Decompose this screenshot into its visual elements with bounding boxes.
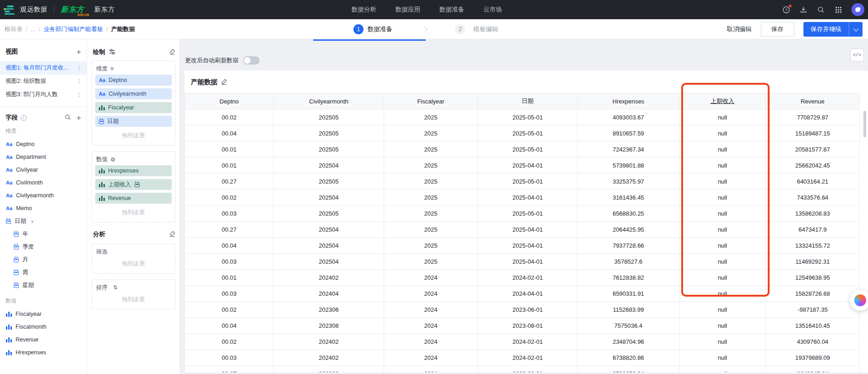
table-cell: 2023-08-01 [478, 318, 578, 334]
topbar-nav-item[interactable]: 数据准备 [439, 5, 464, 14]
more-menu-icon[interactable]: ⋮ [73, 65, 82, 71]
topbar-nav-item[interactable]: 云市场 [483, 5, 502, 14]
field-item[interactable]: 季度 [0, 240, 87, 253]
sort-drop-zone: 拖到这里 [95, 293, 172, 306]
field-chip[interactable]: Fiscalyear [95, 102, 172, 113]
draw-value-chips: Hrexpenses上期收入Revenue [95, 165, 172, 204]
field-item[interactable]: Civilyear [0, 163, 87, 176]
avatar[interactable] [852, 3, 864, 16]
field-item[interactable]: Revenue [0, 333, 87, 346]
gear-icon[interactable]: ⚙ [110, 156, 115, 163]
save-and-continue-label[interactable]: 保存并继续 [803, 22, 849, 37]
guanyuan-data-prep-page: { "topbar": { "product": "观远数据", "org_lo… [0, 0, 868, 374]
field-search-icon[interactable] [65, 114, 71, 122]
breadcrumb-item: ... [31, 26, 36, 33]
step-1-label[interactable]: 数据准备 [368, 25, 392, 33]
download-icon[interactable] [799, 5, 808, 14]
table-cell: 6403164.21 [766, 173, 860, 190]
guanyuan-logo-icon[interactable] [3, 5, 15, 15]
field-chip[interactable]: 上期收入 [95, 179, 172, 190]
view-item[interactable]: 视图3: 部门月均人数⋮ [0, 88, 87, 101]
field-item[interactable]: 周 [0, 266, 87, 279]
add-field-icon[interactable]: + [76, 114, 81, 122]
breadcrumb-item[interactable]: 业务部门编制产能看板 [43, 25, 103, 33]
field-item[interactable]: 年 [0, 228, 87, 240]
table-cell: 2025 [384, 222, 478, 238]
table-cell: null [679, 254, 766, 270]
field-item[interactable]: Civilyearmonth [0, 189, 87, 202]
breadcrumb-separator: / [38, 26, 40, 33]
field-label: Revenue [16, 336, 38, 343]
table-cell: 2025 [384, 141, 478, 157]
column-header-highlighted[interactable]: 上期收入 [679, 93, 766, 109]
bar-chart-icon [99, 182, 105, 187]
auto-refresh-toggle[interactable] [243, 56, 260, 65]
table-cell: 202505 [274, 109, 384, 125]
xdf-logo: 新东方 XDF.CN [61, 5, 86, 15]
apps-grid-icon[interactable] [834, 5, 842, 14]
add-view-icon[interactable]: + [76, 48, 81, 56]
auto-refresh-row: 更改后自动刷新数据 [185, 54, 868, 67]
chevron-down-icon[interactable]: ∨ [31, 219, 34, 224]
code-view-button[interactable]: </> [850, 49, 864, 61]
column-header[interactable]: Hrexpenses [578, 93, 679, 109]
field-item[interactable]: 月 [0, 253, 87, 266]
field-item[interactable]: Fiscalyear [0, 308, 87, 320]
table-cell: 2739352.94 [578, 366, 679, 373]
table-cell: 7612838.82 [578, 270, 679, 286]
table-cell: 202308 [274, 366, 384, 373]
clear-analysis-icon[interactable] [169, 231, 175, 238]
step-2-label[interactable]: 模板编辑 [473, 25, 498, 33]
table-row: 00.0420250520252025-05-018910657.59null1… [185, 125, 860, 141]
field-item[interactable]: Hrexpenses [0, 346, 87, 359]
column-header[interactable]: Revenue [766, 93, 860, 109]
text-field-icon [99, 92, 105, 97]
table-cell: 6590331.91 [578, 286, 679, 302]
field-chip[interactable]: Revenue [95, 193, 172, 204]
save-options-dropdown[interactable] [849, 22, 863, 37]
field-item[interactable]: 日期∨ [0, 215, 87, 228]
table-cell: null [679, 270, 766, 286]
field-item[interactable]: 星期 [0, 279, 87, 292]
field-item[interactable]: Memo [0, 202, 87, 215]
field-chip[interactable]: Hrexpenses [95, 165, 172, 176]
field-chip[interactable]: Civilyearmonth [95, 88, 172, 99]
topbar-nav-item[interactable]: 数据应用 [396, 5, 420, 14]
ai-assistant-button[interactable] [850, 290, 868, 311]
help-icon[interactable]: ? [782, 5, 790, 14]
save-and-continue-button[interactable]: 保存并继续 [803, 22, 863, 37]
field-chip[interactable]: Deptno [95, 75, 172, 86]
table-cell: 2025-04-01 [478, 254, 578, 270]
topbar-nav-item[interactable]: 数据分析 [352, 5, 376, 14]
field-item[interactable]: Department [0, 151, 87, 163]
table-cell: 6568830.25 [578, 206, 679, 222]
more-menu-icon[interactable]: ⋮ [73, 91, 82, 98]
search-icon[interactable] [817, 5, 825, 14]
edit-title-icon[interactable] [221, 79, 227, 86]
clear-draw-icon[interactable] [169, 49, 175, 56]
draw-dimensions-box: 维度 ≡ DeptnoCivilyearmonthFiscalyear日期 拖到… [92, 60, 175, 146]
column-header[interactable]: Deptno [185, 93, 274, 109]
table-row: 00.0120240220242024-02-017612838.82null1… [185, 270, 860, 286]
view-item[interactable]: 视图1: 每月部门月度收入及...⋮ [0, 61, 87, 75]
field-chip[interactable]: 日期 [95, 116, 172, 127]
table-cell: 15189487.15 [766, 125, 860, 141]
table-cell: 2024 [384, 270, 478, 286]
field-item[interactable]: Fiscalmonth [0, 320, 87, 333]
more-menu-icon[interactable]: ⋮ [73, 78, 82, 85]
chart-config-icon[interactable] [109, 49, 115, 56]
table-scrollbar[interactable] [863, 111, 866, 137]
chevron-down-icon [853, 26, 858, 31]
table-row: 00.0220240220242024-02-012348704.96null4… [185, 334, 860, 350]
breadcrumb-item: 产能数据 [111, 25, 135, 33]
column-header[interactable]: Fiscalyear [384, 93, 478, 109]
field-item[interactable]: Civilmonth [0, 176, 87, 189]
view-item[interactable]: 视图2: 组织数据⋮ [0, 75, 87, 88]
calendar-icon [14, 283, 19, 288]
cancel-edit-button[interactable]: 取消编辑 [727, 25, 752, 33]
column-header[interactable]: Civilyearmonth [274, 93, 384, 109]
column-header[interactable]: 日期 [478, 93, 578, 109]
field-item[interactable]: Deptno [0, 138, 87, 151]
field-label: 季度 [22, 243, 34, 251]
save-button[interactable]: 保存 [761, 22, 794, 37]
